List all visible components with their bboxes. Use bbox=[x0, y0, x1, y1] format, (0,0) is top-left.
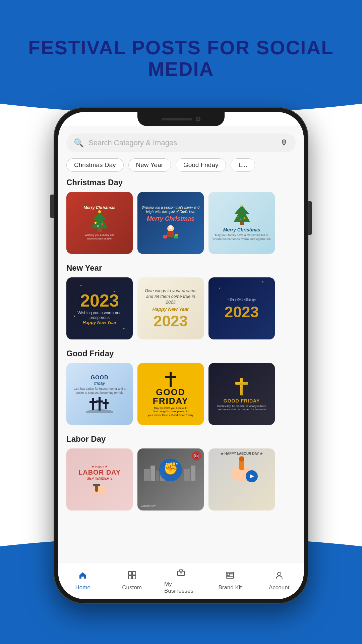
nav-item-home[interactable]: Home bbox=[66, 571, 100, 591]
svg-point-19 bbox=[243, 217, 245, 219]
svg-rect-59 bbox=[178, 571, 184, 576]
year-2023-ny1: 2023 bbox=[80, 292, 119, 309]
svg-point-66 bbox=[278, 572, 281, 576]
section-title-new-year: New Year bbox=[66, 263, 296, 273]
card-text-christmas-1: Merry Christmas bbox=[84, 205, 116, 210]
subtext-gf1: God has a plan for future, humor and a d… bbox=[70, 387, 129, 395]
nav-label-account: Account bbox=[269, 584, 289, 591]
chip-christmas-day[interactable]: Christmas Day bbox=[66, 158, 124, 172]
svg-rect-41 bbox=[191, 466, 195, 481]
card-ld-2[interactable]: ✊ ★ ★ 🇬🇧 LABOR DAY bbox=[137, 448, 204, 511]
card-ny-2[interactable]: Give wings to your dreams and let them c… bbox=[137, 277, 204, 339]
svg-rect-29 bbox=[165, 376, 176, 378]
svg-marker-15 bbox=[234, 205, 250, 222]
svg-rect-24 bbox=[96, 400, 103, 402]
svg-point-9 bbox=[171, 234, 174, 237]
wish-text-ny1: Wishing you a warm and prosperous bbox=[70, 311, 129, 320]
year-2023-ny3: 2023 bbox=[225, 304, 259, 320]
svg-rect-23 bbox=[99, 397, 101, 411]
phone-notch bbox=[137, 112, 225, 126]
friday-text-gf2: FRIDAY bbox=[153, 396, 188, 405]
card-ld-1[interactable]: ★ Happy ★ LABOR DAY SEPTEMBER 2 bbox=[66, 448, 133, 511]
subtext-gf2: May the 2023 you believe inGod bring God… bbox=[148, 407, 193, 417]
card-ld-3[interactable]: ★ HAPPY LABOUR DAY ★ bbox=[208, 448, 275, 511]
my-businesses-icon-svg bbox=[176, 567, 186, 577]
card-christmas-1[interactable]: Merry Christmas Wi bbox=[66, 192, 133, 254]
microphone-icon[interactable]: 🎙 bbox=[280, 138, 288, 148]
svg-rect-25 bbox=[105, 399, 107, 409]
svg-rect-55 bbox=[128, 572, 132, 575]
svg-rect-56 bbox=[132, 572, 136, 575]
card-merry-christmas-3: Merry Christmas bbox=[223, 227, 260, 232]
card-ny-1[interactable]: ★ ★ ★ ★ 2023 Wishing you a warm and pros… bbox=[66, 277, 133, 339]
svg-point-8 bbox=[167, 234, 171, 237]
bottom-navigation: Home Custom bbox=[58, 562, 304, 599]
svg-text:★: ★ bbox=[176, 462, 178, 465]
friday-text-gf1: friday bbox=[94, 381, 105, 386]
nav-item-custom[interactable]: Custom bbox=[115, 571, 149, 591]
cards-row-christmas: Merry Christmas Wi bbox=[66, 192, 296, 254]
svg-rect-22 bbox=[89, 401, 97, 403]
svg-rect-21 bbox=[92, 398, 94, 410]
search-bar[interactable]: 🔍 Search Category & Images 🎙 bbox=[66, 133, 296, 152]
svg-rect-14 bbox=[175, 234, 178, 236]
card-subtext-christmas-3: May your family have a Christmas full of… bbox=[213, 233, 271, 241]
svg-rect-1 bbox=[98, 228, 102, 232]
phone-mockup: 🔍 Search Category & Images 🎙 Christmas D… bbox=[54, 107, 308, 604]
svg-rect-47 bbox=[234, 467, 238, 475]
nav-label-brand-kit: Brand Kit bbox=[218, 584, 242, 591]
svg-point-18 bbox=[237, 216, 238, 217]
nav-item-brand-kit[interactable]: Brand Kit bbox=[213, 571, 247, 591]
svg-rect-62 bbox=[227, 573, 230, 576]
card-gf-3[interactable]: GOOD FRIDAY On this day, be thankful of … bbox=[208, 363, 275, 425]
svg-point-5 bbox=[97, 225, 99, 227]
card-christmas-2[interactable]: Wishing you a season that's merry and br… bbox=[137, 192, 204, 254]
nav-item-account[interactable]: Account bbox=[262, 571, 296, 591]
custom-icon-svg bbox=[127, 571, 137, 580]
svg-point-52 bbox=[239, 456, 244, 462]
christmas-tree-light-svg bbox=[233, 205, 251, 226]
labor-day-text-ld1: LABOR DAY bbox=[78, 469, 121, 476]
nav-item-my-businesses[interactable]: My Businesses bbox=[164, 567, 198, 594]
chip-new-year[interactable]: New Year bbox=[128, 158, 171, 172]
nav-label-my-businesses: My Businesses bbox=[164, 581, 198, 594]
svg-rect-35 bbox=[93, 484, 100, 486]
search-icon: 🔍 bbox=[74, 138, 84, 148]
svg-text:★: ★ bbox=[166, 462, 168, 465]
notch-speaker bbox=[162, 118, 192, 120]
account-icon-svg bbox=[275, 571, 284, 580]
svg-rect-60 bbox=[180, 573, 182, 574]
brand-kit-icon bbox=[225, 571, 235, 582]
good-text-gf1: GOOD bbox=[91, 375, 109, 381]
card-text-christmas-2-top: Wishing you a season that's merry and br… bbox=[141, 205, 200, 214]
search-input[interactable]: Search Category & Images bbox=[88, 139, 276, 147]
section-good-friday: Good Friday GOOD friday God has a plan f… bbox=[58, 349, 304, 434]
svg-rect-38 bbox=[156, 471, 159, 481]
city-fist-svg-ld2: ✊ ★ ★ bbox=[144, 454, 197, 481]
phone-content-area[interactable]: 🔍 Search Category & Images 🎙 Christmas D… bbox=[58, 126, 304, 599]
chip-good-friday[interactable]: Good Friday bbox=[176, 158, 226, 172]
cards-row-new-year: ★ ★ ★ ★ 2023 Wishing you a warm and pros… bbox=[66, 277, 296, 339]
section-christmas-day: Christmas Day Merry Christmas bbox=[58, 178, 304, 263]
happy-labour-ld3: ★ HAPPY LABOUR DAY ★ bbox=[221, 452, 263, 455]
card-gf-2[interactable]: GOOD FRIDAY May the 2023 you believe inG… bbox=[137, 363, 204, 425]
card-christmas-3[interactable]: Merry Christmas May your family have a C… bbox=[208, 192, 275, 254]
crosses-svg-gf1 bbox=[86, 396, 113, 413]
card-subtext-christmas-1: Wishing you a merry andbright holiday se… bbox=[85, 233, 114, 240]
svg-rect-58 bbox=[132, 576, 136, 579]
chip-more[interactable]: L... bbox=[231, 158, 255, 172]
svg-rect-32 bbox=[235, 382, 248, 385]
svg-point-4 bbox=[101, 223, 103, 225]
svg-point-3 bbox=[95, 222, 97, 224]
date-ld1: SEPTEMBER 2 bbox=[86, 476, 112, 480]
good-friday-label-gf3: GOOD FRIDAY bbox=[224, 398, 260, 404]
svg-point-17 bbox=[240, 205, 243, 207]
give-wings-text: Give wings to your dreams and let them c… bbox=[141, 288, 200, 305]
svg-point-20 bbox=[240, 218, 241, 220]
account-icon bbox=[275, 571, 284, 582]
home-icon bbox=[78, 571, 87, 582]
card-ny-3[interactable]: ★ ★ नवीन वर्षाच्या हार्दिक शुभ 2023 bbox=[208, 277, 275, 339]
card-gf-1[interactable]: GOOD friday God has a plan for future, h… bbox=[66, 363, 133, 425]
cards-row-labor-day: ★ Happy ★ LABOR DAY SEPTEMBER 2 bbox=[66, 448, 296, 511]
svg-rect-37 bbox=[150, 466, 155, 481]
